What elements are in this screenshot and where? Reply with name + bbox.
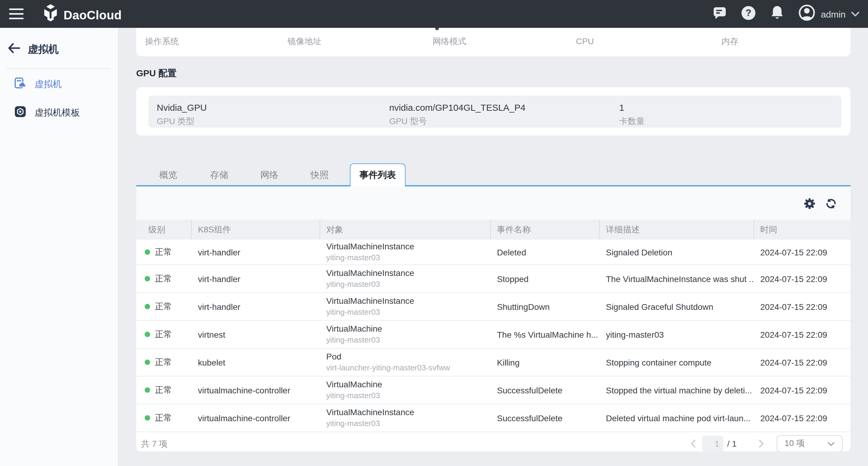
tab-storage[interactable]: 存储 [210,169,228,181]
column-header-time[interactable]: 时间 [753,220,850,240]
object-cell: VirtualMachineInstance yiting-master03 [319,407,490,429]
brand-logo[interactable]: DaoCloud [42,4,122,26]
object-kind: VirtualMachine [326,324,490,334]
level-text: 正常 [155,329,172,340]
vm-icon [14,77,26,91]
page-input[interactable]: 1 [703,435,724,451]
level-text: 正常 [155,247,172,257]
status-dot-icon [145,360,150,365]
component-cell: virtnest [191,330,319,339]
user-menu[interactable]: admin [798,4,860,24]
column-header-event[interactable]: 事件名称 [490,220,599,240]
chevron-down-icon [828,438,835,449]
field-label-cpu: CPU [576,36,594,46]
back-arrow-icon[interactable] [8,43,20,55]
time-cell: 2024-07-15 22:09 [753,302,850,311]
hamburger-icon[interactable] [9,8,24,22]
bell-icon[interactable] [771,5,784,22]
object-name: yiting-master03 [326,391,490,401]
sidebar-header: 虚拟机 [8,41,59,57]
event-cell: Stopped [490,274,599,283]
sidebar-item-label: 虚拟机 [34,79,62,90]
status-dot-icon [145,304,150,309]
table-row[interactable]: 正常 virtualmachine-controller VirtualMach… [136,376,850,404]
page-size-select[interactable]: 10 项 [777,435,843,451]
pagination-bar: 共 7 项 1 / 1 10 项 [136,432,850,451]
detail-cell: Stopped the virtual machine by deleti... [599,385,753,395]
gpu-model-label: GPU 型号 [389,116,427,127]
gpu-type-value: Nvidia_GPU [157,102,207,113]
object-cell: VirtualMachine yiting-master03 [319,379,490,401]
level-text: 正常 [155,301,172,312]
field-label-memory: 内存 [721,36,739,47]
detail-cell: The VirtualMachineInstance was shut ... [599,274,753,283]
object-cell: VirtualMachineInstance yiting-master03 [319,296,490,317]
tab-overview[interactable]: 概览 [159,169,177,181]
tabs-underline [136,185,850,186]
tab-network[interactable]: 网络 [260,169,278,181]
status-dot-icon [145,332,150,337]
time-cell: 2024-07-15 22:09 [753,413,850,423]
event-cell: ShuttingDown [490,302,599,311]
sidebar: 虚拟机 虚拟机 虚拟机模板 [0,28,119,466]
svg-text:?: ? [746,7,751,18]
gear-icon[interactable] [804,197,815,212]
component-cell: virt-handler [191,274,319,283]
component-cell: virt-handler [191,247,319,257]
level-cell: 正常 [136,301,191,312]
gpu-card: Nvidia_GPU GPU 类型 nvidia.com/GP104GL_TES… [136,87,850,135]
object-name: yiting-master03 [326,307,490,317]
detail-cell: yiting-master03 [599,330,753,339]
chat-icon[interactable] [713,6,726,22]
detail-cell: Stopping container compute [599,358,753,367]
object-cell: Pod virt-launcher-yiting-master03-svfww [319,352,490,373]
column-header-component[interactable]: K8S组件 [191,220,319,240]
detail-cell: Signaled Graceful Shutdown [599,302,753,311]
event-cell: Killing [490,358,599,367]
object-name: virt-launcher-yiting-master03-svfww [326,363,490,373]
table-row[interactable]: 正常 virt-handler VirtualMachineInstance y… [136,293,850,321]
status-dot-icon [145,276,150,281]
column-header-level[interactable]: 级别 [136,220,191,240]
object-name: yiting-master03 [326,253,490,263]
refresh-icon[interactable] [825,197,837,212]
event-cell: SuccessfulDelete [490,413,599,423]
sidebar-item-vm[interactable]: 虚拟机 [0,77,118,91]
column-header-object[interactable]: 对象 [319,220,490,240]
object-kind: Pod [326,352,490,362]
next-page-button[interactable] [758,439,765,448]
table-row[interactable]: 正常 virtualmachine-controller VirtualMach… [136,404,850,432]
time-cell: 2024-07-15 22:09 [753,330,850,339]
object-kind: VirtualMachineInstance [326,242,490,252]
prev-page-button[interactable] [690,439,696,448]
vm-template-icon [14,105,26,120]
table-row[interactable]: 正常 virtnest VirtualMachine yiting-master… [136,321,850,349]
table-row[interactable]: 正常 virt-handler VirtualMachineInstance y… [136,240,850,265]
gpu-section-title: GPU 配置 [136,68,177,79]
table-row[interactable]: 正常 virt-handler VirtualMachineInstance y… [136,265,850,293]
table-row[interactable]: 正常 kubelet Pod virt-launcher-yiting-mast… [136,349,850,376]
level-cell: 正常 [136,273,191,284]
time-cell: 2024-07-15 22:09 [753,358,850,367]
object-kind: VirtualMachine [326,379,490,390]
help-icon[interactable]: ? [741,5,756,23]
status-dot-icon [145,415,150,421]
total-count: 共 7 项 [141,439,167,450]
avatar-icon [798,4,815,24]
component-cell: virtualmachine-controller [191,385,319,395]
column-header-detail[interactable]: 详细描述 [599,220,753,240]
gpu-model-value: nvidia.com/GP104GL_TESLA_P4 [389,102,525,113]
tab-snapshot[interactable]: 快照 [311,169,329,181]
object-name: yiting-master03 [326,419,490,429]
chevron-down-icon [851,8,860,19]
event-cell: The %s VirtualMachine h... [490,330,599,339]
sidebar-item-vm-template[interactable]: 虚拟机模板 [0,105,118,120]
component-cell: virtualmachine-controller [191,413,319,423]
tab-event-list[interactable]: 事件列表 [350,163,406,186]
user-name: admin [821,9,846,19]
time-cell: 2024-07-15 22:09 [753,274,850,283]
status-dot-icon [145,387,150,393]
vm-detail-card: 操作系统 镜像地址 网络模式 CPU 内存 [136,28,850,56]
object-cell: VirtualMachine yiting-master03 [319,324,490,345]
daocloud-cube-icon [42,4,59,26]
